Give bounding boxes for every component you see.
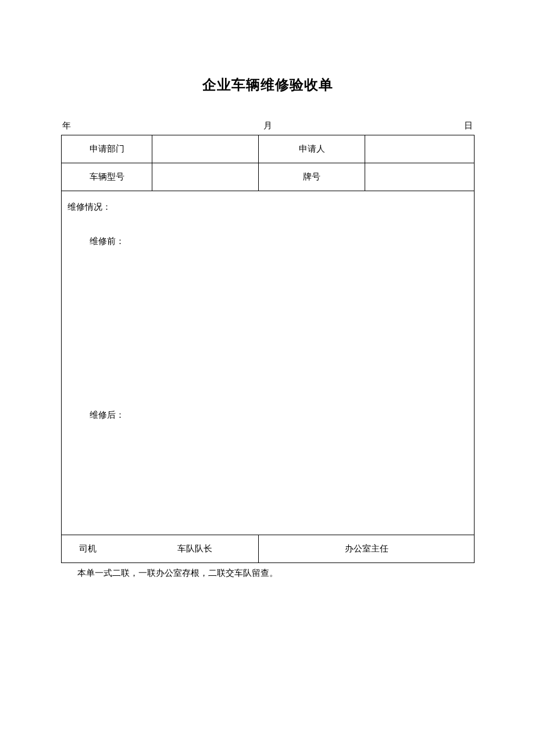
- row-vehicle: 车辆型号 牌号: [62, 163, 475, 191]
- cell-detail: 维修情况： 维修前： 维修后：: [62, 191, 475, 535]
- year-label: 年: [62, 120, 71, 131]
- day-label: 日: [464, 120, 473, 131]
- detail-before-label: 维修前：: [67, 236, 468, 247]
- cell-dept-value: [152, 135, 259, 163]
- cell-sign-left: 司机 车队队长: [62, 535, 259, 563]
- row-detail: 维修情况： 维修前： 维修后：: [62, 191, 475, 535]
- document-title: 企业车辆维修验收单: [61, 76, 474, 94]
- cell-sign-right: 办公室主任: [259, 535, 475, 563]
- cell-applicant-value: [365, 135, 475, 163]
- row-department: 申请部门 申请人: [62, 135, 475, 163]
- cell-dept-label: 申请部门: [62, 135, 152, 163]
- cell-model-label: 车辆型号: [62, 163, 152, 191]
- driver-label: 司机: [62, 543, 160, 554]
- cell-model-value: [152, 163, 259, 191]
- cell-plate-value: [365, 163, 475, 191]
- detail-after-label: 维修后：: [67, 410, 468, 421]
- document-page: 企业车辆维修验收单 年 月 日 申请部门 申请人 车辆型号 牌号 维修情况：: [0, 0, 535, 579]
- detail-section-label: 维修情况：: [67, 202, 468, 213]
- captain-label: 车队队长: [160, 543, 212, 554]
- cell-plate-label: 牌号: [259, 163, 365, 191]
- month-label: 月: [263, 120, 272, 131]
- footer-note: 本单一式二联，一联办公室存根，二联交车队留查。: [61, 563, 474, 579]
- director-label: 办公室主任: [345, 543, 388, 554]
- date-row: 年 月 日: [61, 120, 474, 135]
- form-table: 申请部门 申请人 车辆型号 牌号 维修情况： 维修前： 维修后： 司机 车队队长: [61, 135, 475, 563]
- row-signatures: 司机 车队队长 办公室主任: [62, 535, 475, 563]
- cell-applicant-label: 申请人: [259, 135, 365, 163]
